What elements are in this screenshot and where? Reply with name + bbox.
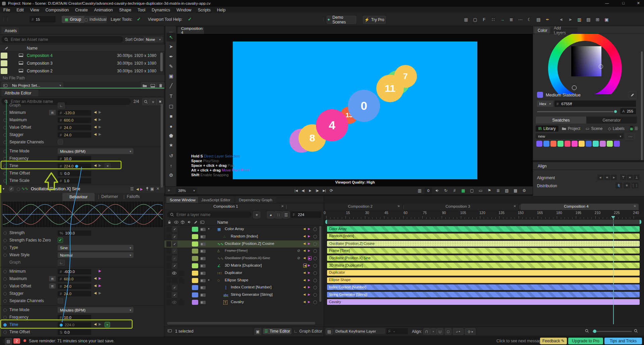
sort-order-dropdown[interactable]: None▾ [144, 37, 163, 43]
individual-button[interactable]: ▢Individual [84, 16, 107, 23]
attribute-editor-tab[interactable]: Attribute Editor [1, 89, 38, 96]
prev-key-arrow[interactable]: ◀ [94, 163, 97, 167]
group-button[interactable]: ▦Group [62, 16, 84, 23]
distribute-button-1[interactable]: ≡ [624, 183, 630, 188]
menu-scripts[interactable]: Scripts [198, 8, 211, 12]
attr-value-field[interactable]: #24.0 [58, 284, 91, 289]
menu-help[interactable]: Help [217, 8, 226, 12]
timeline-track-frame-time-[interactable]: Frame [Time] [327, 248, 640, 254]
next-key-arrow[interactable]: ▶ [308, 293, 310, 296]
labels-tab[interactable]: ◇Labels [606, 126, 627, 132]
maximize-button[interactable]: □ [622, 1, 625, 5]
prev-key-arrow[interactable]: ◀ [303, 242, 306, 245]
eyedropper-button[interactable] [628, 91, 636, 98]
layer-scrollbar[interactable] [319, 226, 321, 302]
next-key-arrow[interactable]: ▶ [308, 278, 310, 282]
scene-tab-2[interactable]: Dependency Graph [235, 197, 276, 203]
alpha-slider-handle[interactable] [613, 110, 618, 114]
align-left-icon[interactable]: ⫷ [557, 16, 565, 23]
timeline-track-string-generator-string-[interactable]: String Generator [String] [327, 292, 640, 297]
tab-behaviour[interactable]: Behaviour [62, 193, 95, 201]
expand-caret-icon[interactable]: ▾ [208, 278, 210, 282]
dots-icon[interactable]: ∷ [489, 16, 497, 23]
keyframe-layer-dropdown[interactable]: Default Keyframe Layer [333, 328, 385, 334]
layer-row-frame-time-[interactable]: ✓ΔFrame [Time]⊘◀▶ [164, 248, 319, 255]
hex-mode-dropdown[interactable]: Hex▾ [537, 100, 553, 107]
next-key-arrow[interactable]: ▶ [99, 118, 101, 121]
align-keys-right-button[interactable]: ⋃ [437, 328, 443, 335]
collapse-caret-icon[interactable]: ▾ [3, 187, 4, 191]
close-icon[interactable]: ✕ [634, 204, 636, 208]
solo-radio[interactable] [17, 188, 20, 191]
solo-filter-button[interactable]: ◕ [267, 211, 274, 218]
timeline-track-3d-matrix-duplicator-[interactable]: 3D Matrix [Duplicator] [327, 263, 640, 268]
clip-toggle[interactable] [200, 301, 206, 304]
viewport-tab[interactable]: Composition 4 [178, 27, 204, 34]
close-icon[interactable]: ✕ [514, 204, 516, 208]
close-icon[interactable]: ✕ [156, 187, 159, 191]
palette-swatch[interactable] [536, 141, 542, 147]
keyframe-radio[interactable] [313, 249, 317, 253]
layer-color-swatch[interactable] [192, 285, 198, 290]
tab-generator[interactable]: Generator [586, 117, 637, 124]
next-key-arrow[interactable]: ▶ [99, 284, 101, 287]
time-editor-tab[interactable]: ☰Time Editor [263, 328, 291, 334]
layer-row-cavalry[interactable]: TCavalry◀▶ [164, 299, 319, 306]
next-message-link[interactable]: Click to see next message [496, 339, 543, 343]
expand-tools-icon[interactable]: » [168, 188, 170, 193]
monitor-icon[interactable]: ▭ [477, 188, 484, 194]
shade-icon[interactable]: ▧ [503, 188, 511, 194]
next-key-arrow[interactable]: ▶ [308, 256, 312, 260]
timeline-zoom-handle[interactable] [593, 330, 596, 333]
align-button-2[interactable]: ⫸ [611, 175, 617, 180]
menu-edit[interactable]: Edit [16, 8, 24, 12]
tool-gear-icon[interactable]: ⚙ [166, 171, 176, 180]
grid2-icon[interactable]: ⊞ [594, 16, 601, 23]
attr-dropdown[interactable]: Sine▾ [58, 245, 133, 251]
keyframe-radio[interactable] [313, 279, 317, 282]
color-tab[interactable]: Color [534, 27, 550, 33]
next-key-arrow[interactable]: ▶ [99, 276, 101, 280]
next-key-arrow[interactable]: ▶ [308, 285, 310, 289]
zoom-level-dropdown[interactable]: 38%▾ [176, 188, 197, 194]
tool-direct-select-icon[interactable]: ➤ [166, 42, 176, 51]
attr-value-field[interactable]: #224.0 [58, 163, 91, 169]
add-layers-tab[interactable]: Add Layers [550, 27, 577, 33]
panel-icon[interactable]: ▢ [471, 16, 479, 23]
transport-play-button[interactable]: ▶ [307, 188, 313, 193]
attr-value-field[interactable]: #24.0 [58, 125, 91, 130]
align-keys-center-button[interactable]: + [430, 328, 437, 335]
scene-tab-0[interactable]: Scene Window [166, 197, 199, 203]
prev-key-arrow[interactable]: ◀ [136, 187, 139, 191]
tool-spiral-icon[interactable]: ↺ [166, 151, 176, 160]
tab-falloffs[interactable]: Falloffs [127, 194, 140, 199]
layer-color-swatch[interactable] [192, 249, 198, 254]
keyframe-radio[interactable] [313, 257, 317, 260]
expand-caret-icon[interactable]: ▾ [208, 227, 210, 230]
prev-key-arrow[interactable]: ◀ [94, 284, 97, 287]
timeline-track-cavalry[interactable]: Cavalry [327, 299, 640, 305]
tool-ellipse-icon[interactable]: ● [166, 122, 176, 131]
rows-icon[interactable]: ▤ [585, 16, 592, 23]
prev-key-arrow[interactable]: ◀ [303, 300, 306, 303]
frame-icon[interactable]: ▢ [468, 188, 476, 194]
flag-icon[interactable]: ⚑ [486, 188, 493, 194]
align-button-1[interactable]: ≍ [604, 175, 610, 180]
refresh-icon[interactable]: ↻ [442, 188, 449, 194]
attr-value-field[interactable]: S0.0 [58, 330, 91, 335]
next-key-arrow[interactable]: ▶ [308, 234, 310, 238]
attr-checkbox[interactable] [58, 139, 63, 145]
tool-text-icon[interactable]: T [166, 92, 176, 100]
keyframe-radio[interactable] [3, 292, 7, 295]
levels-icon[interactable]: ▥ [416, 188, 423, 194]
prev-key-arrow[interactable]: ◀ [94, 276, 97, 280]
palette-swatch[interactable] [593, 141, 599, 147]
key-snap-button[interactable]: -||- ▸ [465, 328, 476, 335]
range-bar[interactable] [325, 220, 641, 224]
close-button[interactable]: ✕ [637, 1, 640, 5]
clip-toggle[interactable] [200, 257, 206, 260]
prev-key-arrow[interactable]: ◀ [303, 278, 306, 282]
attr-checkbox[interactable]: ✓ [58, 237, 63, 243]
prev-key-arrow[interactable]: ◀ [303, 256, 306, 260]
clip-toggle[interactable] [200, 235, 206, 238]
